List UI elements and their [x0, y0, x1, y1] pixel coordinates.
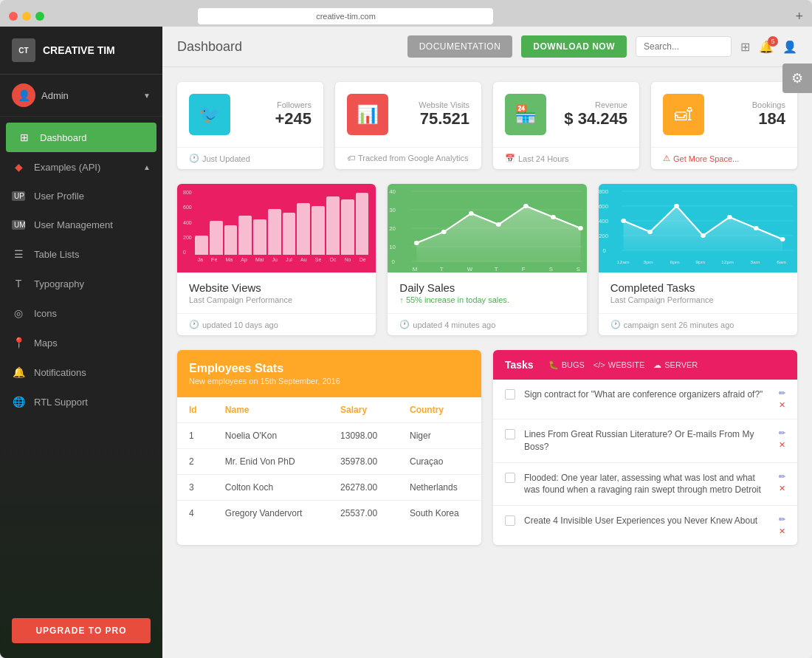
- sidebar-item-icons[interactable]: ◎ Icons: [0, 298, 162, 328]
- task-delete-0[interactable]: ✕: [779, 400, 785, 410]
- stat-label-revenue: Revenue: [555, 100, 627, 109]
- task-actions-0: ✏ ✕: [779, 388, 785, 410]
- settings-gear[interactable]: ⚙: [782, 64, 812, 93]
- stat-footer-revenue: 📅 Last 24 Hours: [493, 147, 639, 169]
- task-checkbox-0[interactable]: [505, 389, 515, 400]
- download-button[interactable]: DOWNLOAD NOW: [521, 35, 627, 58]
- sidebar-item-label: User Profile: [34, 191, 84, 202]
- tasks-title: Tasks: [505, 359, 534, 371]
- chart-title-tasks: Completed Tasks: [610, 281, 785, 294]
- sidebar-item-label: Examples (API): [34, 162, 100, 173]
- svg-text:20: 20: [390, 225, 396, 231]
- um-abbr: UM: [12, 220, 25, 230]
- sidebar-item-user-profile[interactable]: UP User Profile: [0, 182, 162, 210]
- stat-card-bookings: 🛋 Bookings 184 ⚠ Get More Space...: [651, 82, 797, 169]
- cell-name: Gregory Vandervort: [213, 501, 328, 527]
- close-dot[interactable]: [9, 12, 18, 21]
- map-icon: 📍: [12, 337, 25, 349]
- svg-text:3pm: 3pm: [643, 259, 653, 265]
- svg-text:800: 800: [599, 188, 608, 194]
- chart-footer-sales: 🕐 updated 4 minutes ago: [388, 313, 586, 335]
- cell-salary: 13098.00: [328, 423, 398, 449]
- sidebar-item-user-management[interactable]: UM User Management: [0, 210, 162, 239]
- globe-icon: 🌐: [12, 396, 25, 408]
- stat-value-bookings: 184: [713, 109, 785, 128]
- tasks-header: Tasks 🐛 BUGS </> WEBSITE ☁: [493, 350, 797, 380]
- svg-text:T: T: [440, 266, 444, 272]
- tab-website[interactable]: </> WEBSITE: [593, 360, 644, 370]
- sidebar-item-table-lists[interactable]: ☰ Table Lists: [0, 239, 162, 269]
- task-checkbox-3[interactable]: [505, 515, 515, 526]
- table-row: 3Colton Koch26278.00Netherlands: [177, 475, 481, 501]
- svg-text:12pm: 12pm: [721, 259, 734, 265]
- clock-icon: 🕐: [189, 320, 199, 329]
- cell-country: Niger: [398, 423, 481, 449]
- cell-name: Noelia O'Kon: [213, 423, 328, 449]
- task-checkbox-2[interactable]: [505, 473, 515, 483]
- list-item: Flooded: One year later, assessing what …: [493, 463, 797, 507]
- task-text-1: Lines From Great Russian Literature? Or …: [524, 428, 770, 453]
- new-tab-button[interactable]: +: [795, 9, 803, 24]
- task-text-0: Sign contract for "What are conference o…: [524, 388, 770, 401]
- brand-name: CREATIVE TIM: [43, 44, 115, 56]
- task-delete-2[interactable]: ✕: [779, 484, 785, 493]
- chart-area-line: 40 30 20 10 0: [388, 184, 586, 273]
- sidebar-item-rtl[interactable]: 🌐 RTL Support: [0, 387, 162, 417]
- couch-icon: 🛋: [663, 94, 704, 135]
- task-text-3: Create 4 Invisible User Experiences you …: [524, 515, 770, 527]
- svg-point-10: [414, 241, 419, 245]
- cell-id: 4: [177, 501, 213, 527]
- documentation-button[interactable]: DOCUMENTATION: [407, 35, 513, 58]
- chart-cards: 800 600 400 200 0: [177, 184, 797, 335]
- task-actions-2: ✏ ✕: [779, 472, 785, 493]
- svg-point-36: [674, 204, 679, 208]
- topbar-icons: ⊞ 🔔 5 👤: [740, 40, 797, 54]
- svg-point-12: [469, 211, 474, 216]
- sidebar-item-typography[interactable]: T Typography: [0, 269, 162, 298]
- line-chart-svg: 40 30 20 10 0: [388, 184, 586, 273]
- svg-text:3am: 3am: [750, 259, 760, 264]
- minimize-dot[interactable]: [22, 12, 31, 21]
- stat-footer-visits: 🏷 Tracked from Google Analytics: [335, 147, 481, 168]
- task-delete-1[interactable]: ✕: [779, 440, 785, 450]
- user-profile-icon[interactable]: 👤: [782, 40, 797, 54]
- svg-text:400: 400: [599, 218, 608, 224]
- cell-country: South Korea: [398, 501, 481, 527]
- maximize-dot[interactable]: [35, 12, 44, 21]
- sidebar-item-maps[interactable]: 📍 Maps: [0, 328, 162, 357]
- bell-icon: 🔔: [12, 366, 25, 378]
- svg-text:F: F: [522, 266, 526, 272]
- svg-point-13: [496, 222, 501, 227]
- clock-icon: 🕐: [399, 320, 410, 329]
- url-bar[interactable]: creative-tim.com: [198, 8, 493, 24]
- task-delete-3[interactable]: ✕: [779, 527, 785, 536]
- col-header-country: Country: [398, 397, 481, 423]
- calendar-icon: 📅: [505, 154, 515, 163]
- task-checkbox-1[interactable]: [505, 429, 515, 439]
- grid-view-icon[interactable]: ⊞: [740, 40, 750, 54]
- list-item: Lines From Great Russian Literature? Or …: [493, 419, 797, 463]
- svg-text:600: 600: [599, 203, 608, 209]
- cell-salary: 26278.00: [328, 475, 398, 501]
- svg-text:S: S: [577, 266, 580, 272]
- sidebar-item-dashboard[interactable]: ⊞ Dashboard: [6, 123, 156, 152]
- task-actions-1: ✏ ✕: [779, 428, 785, 450]
- sidebar-item-notifications[interactable]: 🔔 Notifications: [0, 357, 162, 387]
- svg-point-38: [727, 215, 732, 219]
- upgrade-button[interactable]: UPGRADE TO PRO: [12, 618, 151, 643]
- task-edit-2[interactable]: ✏: [779, 472, 785, 481]
- tasks-list: Sign contract for "What are conference o…: [493, 380, 797, 545]
- tab-bugs[interactable]: 🐛 BUGS: [548, 360, 585, 370]
- cell-salary: 25537.00: [328, 501, 398, 527]
- notifications-icon[interactable]: 🔔 5: [759, 40, 774, 54]
- task-edit-1[interactable]: ✏: [779, 428, 785, 438]
- table-row: 4Gregory Vandervort25537.00South Korea: [177, 501, 481, 527]
- sidebar-item-examples[interactable]: ◆ Examples (API) ▲: [0, 152, 162, 182]
- task-edit-0[interactable]: ✏: [779, 388, 785, 398]
- list-item: Create 4 Invisible User Experiences you …: [493, 506, 797, 545]
- tab-server[interactable]: ☁ SERVER: [653, 360, 698, 370]
- search-input[interactable]: [636, 36, 732, 57]
- stat-value-followers: +245: [239, 109, 312, 128]
- task-edit-3[interactable]: ✏: [779, 515, 785, 524]
- browser-dots: [9, 12, 44, 21]
